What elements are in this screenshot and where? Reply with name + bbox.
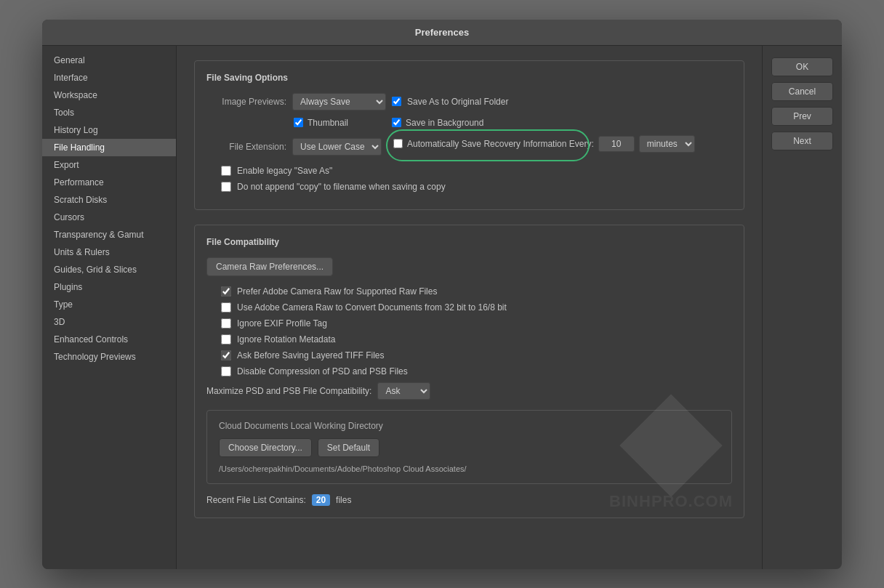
main-content: File Saving Options Image Previews: Alwa… bbox=[177, 46, 762, 569]
prev-button[interactable]: Prev bbox=[771, 107, 833, 126]
cancel-button[interactable]: Cancel bbox=[771, 82, 833, 101]
sidebar-item-guides--grid---slices[interactable]: Guides, Grid & Slices bbox=[42, 261, 176, 278]
recent-files-row: Recent File List Contains: 20 files bbox=[206, 494, 732, 506]
prefer-camera-raw-label: Prefer Adobe Camera Raw for Supported Ra… bbox=[237, 286, 437, 297]
set-default-button[interactable]: Set Default bbox=[318, 438, 379, 457]
ignore-exif-label: Ignore EXIF Profile Tag bbox=[237, 318, 327, 329]
auto-save-unit-select[interactable]: minutes bbox=[639, 135, 695, 153]
ask-before-tiff-label: Ask Before Saving Layered TIFF Files bbox=[237, 350, 385, 361]
auto-save-recovery-checkbox[interactable] bbox=[393, 139, 403, 148]
save-background-checkbox[interactable] bbox=[392, 118, 401, 127]
ignore-exif-row: Ignore EXIF Profile Tag bbox=[221, 318, 732, 329]
sidebar-item-scratch-disks[interactable]: Scratch Disks bbox=[42, 191, 176, 209]
dialog-title: Preferences bbox=[415, 27, 469, 38]
save-as-original-checkbox[interactable] bbox=[392, 97, 401, 106]
ignore-exif-checkbox[interactable] bbox=[221, 318, 231, 329]
sidebar-item-performance[interactable]: Performance bbox=[42, 174, 176, 191]
disable-compression-checkbox[interactable] bbox=[221, 366, 231, 376]
sidebar-item-workspace[interactable]: Workspace bbox=[42, 86, 176, 104]
no-append-copy-row: Do not append "copy" to filename when sa… bbox=[221, 182, 732, 192]
no-append-copy-label: Do not append "copy" to filename when sa… bbox=[237, 182, 446, 192]
disable-compression-label: Disable Compression of PSD and PSB Files bbox=[237, 366, 408, 376]
enable-legacy-label: Enable legacy "Save As" bbox=[237, 166, 332, 176]
sidebar-item-technology-previews[interactable]: Technology Previews bbox=[42, 348, 176, 366]
ok-button[interactable]: OK bbox=[771, 57, 833, 76]
next-button[interactable]: Next bbox=[771, 132, 833, 150]
cloud-documents-section: Cloud Documents Local Working Directory … bbox=[206, 410, 732, 484]
file-saving-title: File Saving Options bbox=[206, 73, 732, 83]
sidebar-item-transparency---gamut[interactable]: Transparency & Gamut bbox=[42, 226, 176, 243]
thumbnail-label: Thumbnail bbox=[308, 118, 348, 128]
file-saving-section: File Saving Options Image Previews: Alwa… bbox=[194, 60, 744, 210]
sidebar-item-general[interactable]: General bbox=[42, 52, 176, 69]
sidebar-item-3d[interactable]: 3D bbox=[42, 313, 176, 331]
sidebar-item-plugins[interactable]: Plugins bbox=[42, 278, 176, 296]
image-previews-label: Image Previews: bbox=[206, 97, 286, 107]
save-as-original-label: Save As to Original Folder bbox=[407, 97, 508, 107]
title-bar: Preferences bbox=[42, 20, 842, 46]
file-extension-label: File Extension: bbox=[206, 142, 286, 152]
use-camera-raw-label: Use Adobe Camera Raw to Convert Document… bbox=[237, 302, 507, 313]
sidebar-item-export[interactable]: Export bbox=[42, 156, 176, 174]
sidebar-item-file-handling[interactable]: File Handling bbox=[42, 139, 176, 156]
recent-files-label: Recent File List Contains: bbox=[206, 495, 306, 505]
use-camera-raw-row: Use Adobe Camera Raw to Convert Document… bbox=[221, 302, 732, 313]
auto-save-recovery-label: Automatically Save Recovery Information … bbox=[407, 139, 594, 149]
sidebar-item-units---rulers[interactable]: Units & Rulers bbox=[42, 243, 176, 261]
file-compatibility-title: File Compatibility bbox=[206, 237, 732, 247]
image-previews-row: Image Previews: Always Save Never Save A… bbox=[206, 93, 732, 110]
sidebar-item-interface[interactable]: Interface bbox=[42, 69, 176, 86]
ignore-rotation-label: Ignore Rotation Metadata bbox=[237, 334, 335, 345]
action-buttons: OK Cancel Prev Next bbox=[762, 46, 842, 569]
sidebar-item-cursors[interactable]: Cursors bbox=[42, 209, 176, 226]
sidebar-item-type[interactable]: Type bbox=[42, 296, 176, 313]
choose-directory-button[interactable]: Choose Directory... bbox=[219, 438, 312, 457]
prefer-camera-raw-checkbox[interactable] bbox=[221, 286, 231, 297]
disable-compression-row: Disable Compression of PSD and PSB Files bbox=[221, 366, 732, 376]
use-camera-raw-checkbox[interactable] bbox=[221, 302, 231, 313]
cloud-documents-title: Cloud Documents Local Working Directory bbox=[219, 421, 720, 431]
sidebar-item-tools[interactable]: Tools bbox=[42, 104, 176, 121]
maximize-label: Maximize PSD and PSB File Compatibility: bbox=[206, 386, 371, 396]
preferences-dialog: Preferences GeneralInterfaceWorkspaceToo… bbox=[42, 20, 842, 569]
save-background-label: Save in Background bbox=[406, 118, 483, 128]
file-extension-row: File Extension: Use Lower Case Use Upper… bbox=[206, 135, 732, 158]
file-compatibility-section: File Compatibility Camera Raw Preference… bbox=[194, 225, 744, 518]
file-extension-select[interactable]: Use Lower Case Use Upper Case bbox=[292, 138, 382, 156]
cloud-buttons: Choose Directory... Set Default bbox=[219, 438, 720, 457]
cloud-path: /Users/ocherepakhin/Documents/Adobe/Phot… bbox=[219, 464, 720, 473]
camera-raw-prefs-button[interactable]: Camera Raw Preferences... bbox=[206, 257, 333, 276]
enable-legacy-row: Enable legacy "Save As" bbox=[221, 166, 732, 176]
no-append-copy-checkbox[interactable] bbox=[221, 182, 231, 192]
ask-before-tiff-row: Ask Before Saving Layered TIFF Files bbox=[221, 350, 732, 361]
ignore-rotation-row: Ignore Rotation Metadata bbox=[221, 334, 732, 345]
maximize-row: Maximize PSD and PSB File Compatibility:… bbox=[206, 382, 732, 400]
image-previews-select[interactable]: Always Save Never Save Ask When Saving bbox=[292, 93, 386, 110]
sidebar-item-history-log[interactable]: History Log bbox=[42, 121, 176, 139]
thumbnail-checkbox[interactable] bbox=[294, 118, 303, 127]
sidebar-item-enhanced-controls[interactable]: Enhanced Controls bbox=[42, 331, 176, 348]
recent-files-unit: files bbox=[336, 495, 351, 505]
ignore-rotation-checkbox[interactable] bbox=[221, 334, 231, 345]
sidebar: GeneralInterfaceWorkspaceToolsHistory Lo… bbox=[42, 46, 177, 569]
ask-before-tiff-checkbox[interactable] bbox=[221, 350, 231, 361]
auto-save-minutes-input[interactable] bbox=[598, 136, 635, 152]
prefer-camera-raw-row: Prefer Adobe Camera Raw for Supported Ra… bbox=[221, 286, 732, 297]
enable-legacy-checkbox[interactable] bbox=[221, 166, 231, 176]
recent-files-count: 20 bbox=[312, 494, 330, 506]
maximize-select[interactable]: Ask Always Never bbox=[377, 382, 430, 400]
